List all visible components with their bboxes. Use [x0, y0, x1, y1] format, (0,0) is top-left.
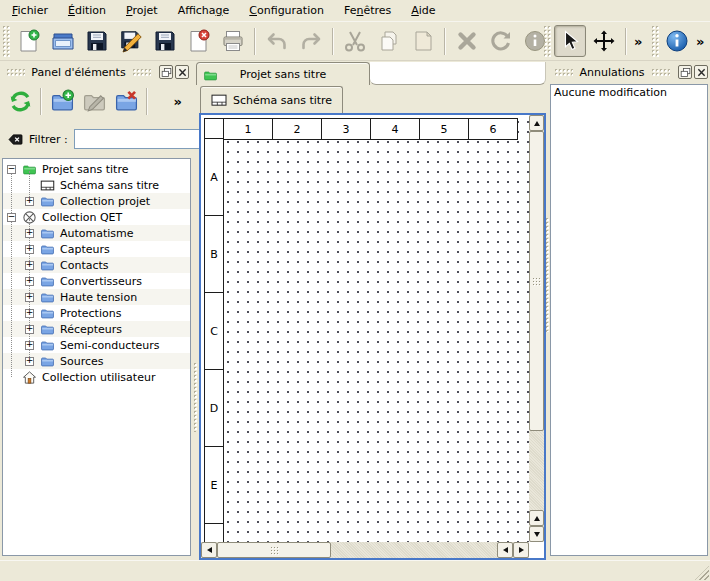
- select-mode-button[interactable]: [554, 25, 586, 57]
- tree-item[interactable]: Automatisme: [3, 225, 190, 241]
- panel-toolbar-overflow-button[interactable]: »: [171, 94, 185, 109]
- right-splitter[interactable]: [546, 62, 548, 556]
- elements-panel-toolbar: »: [0, 84, 193, 118]
- expand-toggle-icon[interactable]: [25, 197, 34, 206]
- tree-item[interactable]: Schéma sans titre: [3, 177, 190, 193]
- tree-item[interactable]: Sources: [3, 353, 190, 369]
- copy-button[interactable]: [373, 25, 405, 57]
- tree-item[interactable]: Semi-conducteurs: [3, 337, 190, 353]
- rotate-button[interactable]: [485, 25, 517, 57]
- scroll-right-button[interactable]: [513, 542, 529, 558]
- toolbar-overflow-button[interactable]: »: [693, 34, 707, 49]
- tree-item[interactable]: Récepteurs: [3, 321, 190, 337]
- float-panel-button[interactable]: [159, 65, 173, 79]
- toolbar-drag-handle[interactable]: [2, 25, 10, 57]
- print-icon: [221, 29, 245, 53]
- pan-mode-button[interactable]: [588, 25, 620, 57]
- blue-folder-icon: [40, 354, 55, 369]
- expand-toggle-icon[interactable]: [25, 357, 34, 366]
- splitter-grip[interactable]: [193, 362, 197, 432]
- tree-item[interactable]: Convertisseurs: [3, 273, 190, 289]
- scroll-up-button-2[interactable]: [529, 510, 544, 526]
- blue-folder-icon: [40, 338, 55, 353]
- save-copy-button[interactable]: [149, 25, 181, 57]
- delete-category-button[interactable]: [111, 86, 141, 116]
- column-header: 4: [370, 118, 420, 140]
- toolbar-drag-handle[interactable]: [543, 25, 551, 57]
- elements-panel-titlebar[interactable]: Panel d'éléments: [0, 62, 193, 82]
- redo-icon: [299, 29, 323, 53]
- toolbar-drag-handle[interactable]: [651, 25, 659, 57]
- tree-item[interactable]: Collection projet: [3, 193, 190, 209]
- menu-item[interactable]: Affichage: [168, 1, 240, 20]
- expand-toggle-icon[interactable]: [7, 213, 16, 222]
- print-button[interactable]: [217, 25, 249, 57]
- delete-icon: [455, 29, 479, 53]
- horizontal-scroll-thumb[interactable]: [217, 542, 331, 558]
- save-copy-icon: [153, 29, 177, 53]
- undo-panel-titlebar[interactable]: Annulations: [548, 62, 710, 82]
- expand-toggle-icon[interactable]: [25, 229, 34, 238]
- vertical-scrollbar[interactable]: [529, 115, 544, 542]
- tree-item[interactable]: Collection QET: [3, 209, 190, 225]
- undo-button[interactable]: [261, 25, 293, 57]
- tree-item[interactable]: Protections: [3, 305, 190, 321]
- menu-item[interactable]: Configuration: [239, 1, 334, 20]
- close-project-button[interactable]: [183, 25, 215, 57]
- menu-item[interactable]: Édition: [58, 1, 116, 20]
- tree-item[interactable]: Projet sans titre: [3, 161, 190, 177]
- diagram-view: 123456 ABCDE: [199, 113, 546, 560]
- delete-button[interactable]: [451, 25, 483, 57]
- cut-button[interactable]: [339, 25, 371, 57]
- size-grip[interactable]: [695, 566, 709, 580]
- expand-toggle-icon[interactable]: [25, 261, 34, 270]
- toolbar-overflow-button[interactable]: »: [631, 34, 645, 49]
- expand-toggle-icon[interactable]: [25, 277, 34, 286]
- left-splitter[interactable]: [193, 62, 196, 556]
- diagram-canvas[interactable]: 123456 ABCDE: [201, 115, 529, 542]
- expand-toggle-icon[interactable]: [25, 341, 34, 350]
- tab-project[interactable]: Projet sans titre: [196, 62, 370, 85]
- arrow-up-icon: [534, 516, 540, 521]
- scroll-down-button[interactable]: [529, 526, 544, 542]
- clear-filter-button[interactable]: [6, 130, 25, 148]
- close-panel-button[interactable]: [694, 65, 708, 79]
- splitter-grip[interactable]: [545, 217, 549, 332]
- tab-schema[interactable]: Schéma sans titre: [200, 86, 343, 113]
- reload-collections-button[interactable]: [5, 86, 35, 116]
- new-document-button[interactable]: [13, 25, 45, 57]
- menubar: FichierÉditionProjetAffichageConfigurati…: [0, 0, 710, 22]
- edit-category-button[interactable]: [79, 86, 109, 116]
- paste-button[interactable]: [407, 25, 439, 57]
- menu-item[interactable]: Projet: [116, 1, 168, 20]
- expand-toggle-icon[interactable]: [25, 293, 34, 302]
- close-panel-button[interactable]: [175, 65, 189, 79]
- expand-toggle-icon[interactable]: [7, 165, 16, 174]
- tree-item[interactable]: Capteurs: [3, 241, 190, 257]
- new-category-button[interactable]: [47, 86, 77, 116]
- new-category-icon: [50, 89, 75, 114]
- float-panel-button[interactable]: [678, 65, 692, 79]
- arrow-down-icon: [534, 532, 540, 537]
- scroll-left-button[interactable]: [201, 542, 217, 558]
- tree-item[interactable]: Contacts: [3, 257, 190, 273]
- save-as-button[interactable]: [115, 25, 147, 57]
- tree-item[interactable]: Collection utilisateur: [3, 369, 190, 385]
- horizontal-scrollbar[interactable]: [201, 542, 529, 558]
- menu-item[interactable]: Aide: [401, 1, 445, 20]
- vertical-scroll-thumb[interactable]: [529, 131, 544, 431]
- expand-toggle-icon[interactable]: [25, 309, 34, 318]
- scroll-left-button-2[interactable]: [497, 542, 513, 558]
- about-button[interactable]: [662, 25, 692, 57]
- open-project-button[interactable]: [47, 25, 79, 57]
- save-button[interactable]: [81, 25, 113, 57]
- undo-list-item[interactable]: Aucune modification: [551, 85, 707, 100]
- tree-item[interactable]: Haute tension: [3, 289, 190, 305]
- menu-item[interactable]: Fichier: [2, 1, 58, 20]
- scroll-up-button[interactable]: [529, 115, 544, 131]
- menu-item[interactable]: Fenêtres: [334, 1, 401, 20]
- expand-toggle-icon[interactable]: [25, 245, 34, 254]
- redo-button[interactable]: [295, 25, 327, 57]
- expand-toggle-icon[interactable]: [25, 325, 34, 334]
- delete-category-icon: [114, 89, 139, 114]
